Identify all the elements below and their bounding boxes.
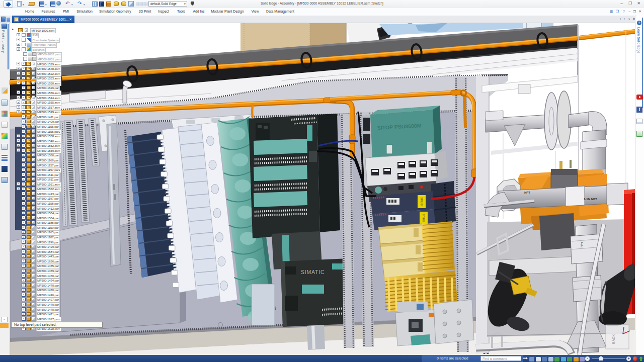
svg-text:NPT: NPT — [580, 241, 584, 247]
svg-text:1-1N NPT: 1-1N NPT — [584, 198, 597, 201]
svg-text:SIRIUS: SIRIUS — [420, 197, 423, 206]
svg-text:NPT: NPT — [524, 191, 530, 194]
svg-text:BACK: BACK — [612, 334, 615, 344]
svg-text:SIMATIC: SIMATIC — [301, 269, 325, 275]
svg-text:SIRIUS: SIRIUS — [422, 214, 425, 222]
